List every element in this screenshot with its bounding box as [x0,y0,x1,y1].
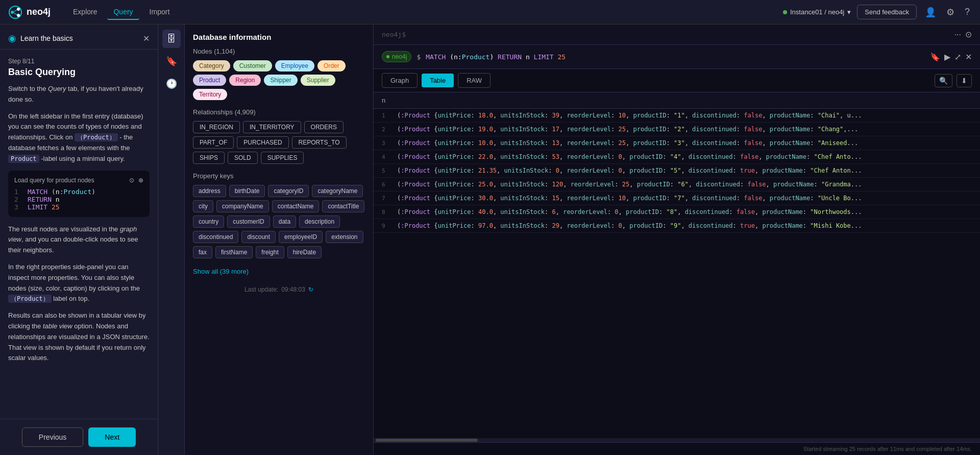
section-title: Basic Querying [8,67,150,78]
rel-in-region[interactable]: IN_REGION [193,121,240,133]
results-toolbar: Graph Table RAW 🔍 ⬇ [374,69,980,92]
prop-city[interactable]: city [193,200,213,212]
last-update-time: 09:48:03 [281,286,305,293]
tab-graph[interactable]: Graph [382,73,418,88]
run-query-btn[interactable]: ▶ [944,52,950,62]
prop-customerid[interactable]: customerID [227,215,270,228]
node-badge-employee[interactable]: Employee [275,60,314,71]
result-row: 4 (:Product {unitPrice: 22.0, unitsInSto… [374,150,980,164]
result-row: 8 (:Product {unitPrice: 40.0, unitsInSto… [374,205,980,219]
expand-editor-btn[interactable]: ⤢ [954,52,961,62]
bookmark-query-btn[interactable]: 🔖 [930,52,940,62]
results-toolbar-right: 🔍 ⬇ [935,74,972,87]
refresh-icon[interactable]: ↻ [308,286,313,293]
database-icon-btn[interactable]: 🗄 [162,30,181,48]
prop-contacttitle[interactable]: contactTitle [322,200,364,212]
last-update-label: Last update: [244,286,278,293]
tutorial-close-button[interactable]: ✕ [143,34,150,43]
prop-firstname[interactable]: firstName [215,246,253,258]
prop-fax[interactable]: fax [193,246,212,258]
prop-contactname[interactable]: contactName [272,200,320,212]
prop-extension[interactable]: extension [326,231,363,243]
tutorial-sidebar: ◉ Learn the basics ✕ Step 8/11 Basic Que… [0,25,158,455]
prop-freight[interactable]: freight [256,246,284,258]
person-icon[interactable]: 👤 [923,5,938,20]
chevron-down-icon: ▾ [847,8,851,16]
svg-point-2 [17,8,20,11]
feedback-button[interactable]: Send feedback [857,5,917,19]
nav-links: Explore Query Import [67,5,176,20]
download-results-btn[interactable]: ⬇ [957,74,972,87]
rel-in-territory[interactable]: IN_TERRITORY [243,121,301,133]
search-results-btn[interactable]: 🔍 [935,74,952,87]
tutorial-footer: Previous Next [0,419,158,455]
prop-discontinued[interactable]: discontinued [193,231,238,243]
nav-right: Instance01 / neo4j ▾ Send feedback 👤 ⚙ ? [783,5,972,20]
main-layout: ◉ Learn the basics ✕ Step 8/11 Basic Que… [0,25,980,455]
prop-hiredate[interactable]: hireDate [287,246,322,258]
previous-button[interactable]: Previous [22,427,83,447]
results-table: n 1 (:Product {unitPrice: 18.0, unitsInS… [374,92,980,438]
prop-companyname[interactable]: companyName [216,200,269,212]
result-row: 6 (:Product {unitPrice: 25.0, unitsInSto… [374,178,980,191]
node-badge-supplier[interactable]: Supplier [301,75,335,86]
help-icon[interactable]: ? [963,5,972,19]
prop-employeeid[interactable]: employeeID [279,231,323,243]
bookmark-icon-btn[interactable]: 🔖 [162,52,181,70]
close-editor-btn[interactable]: ✕ [965,52,972,62]
nav-explore[interactable]: Explore [67,5,103,20]
settings-icon[interactable]: ⚙ [944,5,957,20]
database-info-title: Database information [193,33,365,41]
node-badge-order[interactable]: Order [317,60,346,71]
node-badge-territory[interactable]: Territory [193,89,227,100]
query-box-icons: ⊙ ⊕ [129,177,143,184]
nodes-label: Nodes (1,104) [193,47,365,55]
tutorial-icon: ◉ [8,33,16,44]
rel-ships[interactable]: SHIPS [193,152,225,164]
query-bar-more-icon[interactable]: ··· [954,30,961,39]
prop-categoryname[interactable]: categoryName [312,185,363,197]
horizontal-scrollbar[interactable] [374,438,980,442]
results-area: Graph Table RAW 🔍 ⬇ n 1 (:Product {unitP… [374,69,980,455]
rel-reports-to[interactable]: REPORTS_TO [292,136,347,149]
rel-sold[interactable]: SOLD [228,152,258,164]
nav-query[interactable]: Query [107,5,139,20]
node-badge-shipper[interactable]: Shipper [264,75,297,86]
rel-purchased[interactable]: PURCHASED [237,136,288,149]
tutorial-title: Learn the basics [20,34,73,42]
node-badge-region[interactable]: Region [229,75,261,86]
prop-categoryid[interactable]: categoryID [268,185,309,197]
query-bar-settings-icon[interactable]: ⊙ [965,30,972,39]
nav-import[interactable]: Import [143,5,176,20]
right-panel: neo4j$ ··· ⊙ neo4j $ MATCH (n:Product) R… [374,25,980,455]
next-button[interactable]: Next [88,427,136,447]
rel-supplies[interactable]: SUPPLIES [261,152,304,164]
rel-part-of[interactable]: PART_OF [193,136,234,149]
logo-text: neo4j [27,7,51,17]
rel-orders[interactable]: ORDERS [304,121,344,133]
prop-discount[interactable]: discount [241,231,276,243]
show-more-link[interactable]: Show all (39 more) [193,268,249,275]
svg-point-3 [17,14,20,17]
query-line-1: 1 MATCH (n:Product) [14,188,143,196]
prop-description[interactable]: description [299,215,340,228]
node-badge-category[interactable]: Category [193,60,230,71]
history-icon-btn[interactable]: 🕐 [162,75,181,93]
prop-birthdate[interactable]: birthDate [229,185,265,197]
tab-table[interactable]: Table [422,74,454,87]
prev-query-icon[interactable]: ⊙ [129,177,134,184]
tab-raw[interactable]: RAW [458,73,491,88]
instance-selector[interactable]: Instance01 / neo4j ▾ [783,8,851,16]
prop-address[interactable]: address [193,185,226,197]
node-badge-product[interactable]: Product [193,75,226,86]
property-keys-label: Property keys [193,172,365,180]
result-row: 3 (:Product {unitPrice: 10.0, unitsInSto… [374,136,980,150]
editor-query-text[interactable]: MATCH (n:Product) RETURN n LIMIT 25 [426,53,925,61]
prop-data[interactable]: data [273,215,296,228]
node-badge-customer[interactable]: Customer [233,60,272,71]
svg-line-4 [14,10,17,12]
scrollbar-thumb[interactable] [376,439,478,442]
svg-line-5 [14,13,17,15]
prop-country[interactable]: country [193,215,224,228]
next-query-icon[interactable]: ⊕ [138,177,143,184]
